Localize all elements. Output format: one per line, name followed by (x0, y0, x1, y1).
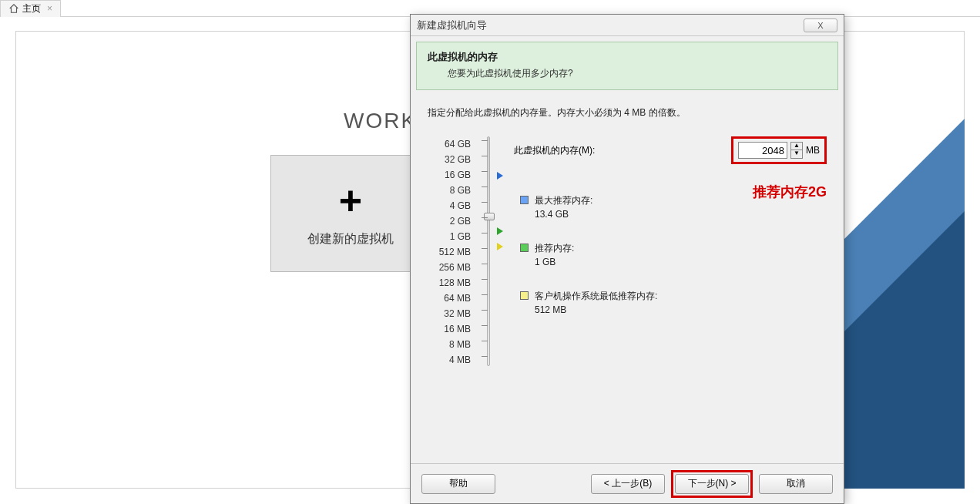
tab-close-icon[interactable]: × (47, 3, 52, 14)
scale-label: 512 MB (428, 244, 471, 260)
new-vm-wizard-dialog: 新建虚拟机向导 X 此虚拟机的内存 您要为此虚拟机使用多少内存? 指定分配给此虚… (410, 14, 844, 504)
dialog-titlebar[interactable]: 新建虚拟机向导 X (411, 15, 844, 36)
memory-scale: 64 GB32 GB16 GB8 GB4 GB2 GB1 GB512 MB256… (428, 136, 471, 368)
legend-rec-label: 推荐内存: (535, 241, 574, 255)
next-button-highlight: 下一步(N) > (671, 470, 753, 498)
memory-input-highlight: ▲ ▼ MB (731, 136, 827, 164)
legend-swatch-blue (520, 196, 529, 204)
memory-input[interactable] (738, 142, 787, 159)
scale-label: 64 GB (428, 136, 471, 152)
scale-label: 64 MB (428, 291, 471, 306)
marker-min-icon (497, 243, 503, 250)
scale-label: 32 MB (428, 306, 471, 321)
tile-label: 创建新的虚拟机 (307, 231, 394, 247)
scale-label: 16 MB (428, 321, 471, 337)
header-subtitle: 您要为此虚拟机使用多少内存? (428, 67, 827, 80)
scale-label: 4 MB (428, 352, 471, 368)
legend-max-label: 最大推荐内存: (535, 193, 592, 207)
scale-label: 4 GB (428, 198, 471, 213)
scale-label: 16 GB (428, 167, 471, 183)
legend-max: 最大推荐内存: 13.4 GB (520, 193, 592, 221)
legend-swatch-yellow (520, 291, 529, 300)
scale-label: 8 MB (428, 337, 471, 352)
scale-label: 2 GB (428, 213, 471, 229)
legend-max-value: 13.4 GB (535, 207, 592, 221)
create-vm-tile[interactable]: + 创建新的虚拟机 (270, 155, 431, 272)
scale-label: 32 GB (428, 152, 471, 167)
close-icon: X (817, 21, 823, 30)
annotation-recommended: 推荐内存2G (753, 183, 827, 201)
slider-track (487, 136, 490, 366)
legend-min-value: 512 MB (535, 303, 657, 317)
memory-slider[interactable] (477, 136, 500, 368)
plus-icon: + (339, 180, 362, 220)
legend-min: 客户机操作系统最低推荐内存: 512 MB (520, 289, 657, 317)
memory-right-column: 此虚拟机的内存(M): ▲ ▼ MB 推荐内存2G (506, 136, 827, 368)
cancel-button[interactable]: 取消 (759, 474, 833, 494)
spin-down-icon[interactable]: ▼ (791, 150, 802, 158)
tab-home[interactable]: 主页 × (0, 0, 61, 17)
tab-label: 主页 (22, 2, 41, 15)
legend-swatch-green (520, 244, 529, 252)
scale-label: 128 MB (428, 275, 471, 291)
legend-rec-value: 1 GB (535, 255, 574, 269)
memory-spinner[interactable]: ▲ ▼ (790, 142, 803, 159)
scale-label: 8 GB (428, 183, 471, 198)
memory-unit: MB (806, 145, 820, 156)
slider-thumb[interactable] (484, 213, 495, 220)
next-button[interactable]: 下一步(N) > (675, 474, 749, 494)
dialog-header-panel: 此虚拟机的内存 您要为此虚拟机使用多少内存? (416, 42, 838, 90)
marker-max-icon (497, 172, 503, 180)
legend-min-label: 客户机操作系统最低推荐内存: (535, 289, 657, 303)
dialog-title: 新建虚拟机向导 (417, 18, 487, 32)
legend-rec: 推荐内存: 1 GB (520, 241, 574, 269)
back-button[interactable]: < 上一步(B) (591, 474, 665, 494)
scale-label: 1 GB (428, 229, 471, 244)
dialog-body: 指定分配给此虚拟机的内存量。内存大小必须为 4 MB 的倍数。 64 GB32 … (411, 96, 844, 463)
dialog-footer: 帮助 < 上一步(B) 下一步(N) > 取消 (411, 463, 844, 503)
scale-label: 256 MB (428, 260, 471, 275)
marker-rec-icon (497, 227, 503, 235)
brand-text: WORK (344, 109, 417, 133)
dialog-close-button[interactable]: X (804, 18, 837, 32)
home-icon (8, 3, 19, 14)
header-title: 此虚拟机的内存 (428, 50, 827, 64)
help-button[interactable]: 帮助 (421, 474, 495, 494)
instruction-text: 指定分配给此虚拟机的内存量。内存大小必须为 4 MB 的倍数。 (428, 106, 827, 119)
memory-field-label: 此虚拟机的内存(M): (514, 144, 595, 157)
